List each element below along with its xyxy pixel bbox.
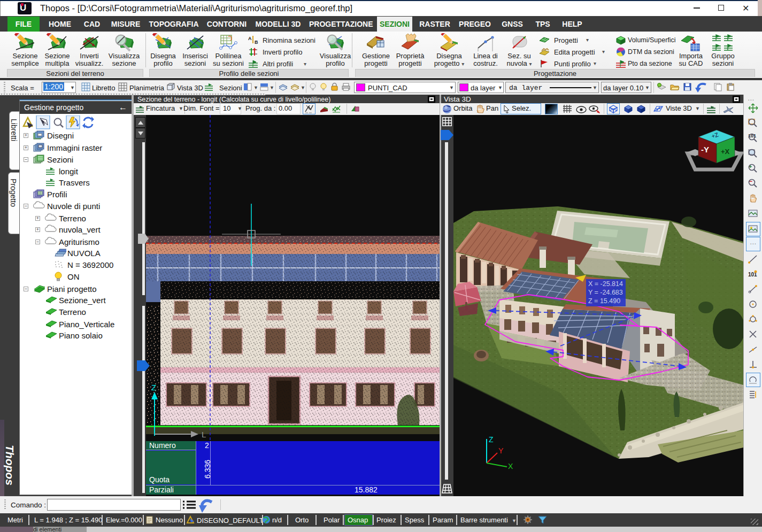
svg-text:L: L xyxy=(202,430,206,439)
svg-text:A: A xyxy=(248,36,252,41)
svg-text:Z = 15.490: Z = 15.490 xyxy=(588,297,620,305)
svg-text:X = -25.814: X = -25.814 xyxy=(588,280,623,288)
svg-text:Y = -24.683: Y = -24.683 xyxy=(588,289,623,296)
svg-text:-Y: -Y xyxy=(701,145,709,154)
svg-text:⋯: ⋯ xyxy=(750,240,756,248)
svg-text:X: X xyxy=(508,462,513,471)
svg-text:Y: Y xyxy=(498,446,504,455)
svg-text:Z: Z xyxy=(489,435,494,444)
svg-text:B: B xyxy=(255,40,258,45)
svg-text:Z: Z xyxy=(151,383,156,392)
svg-text:+X: +X xyxy=(721,148,730,156)
